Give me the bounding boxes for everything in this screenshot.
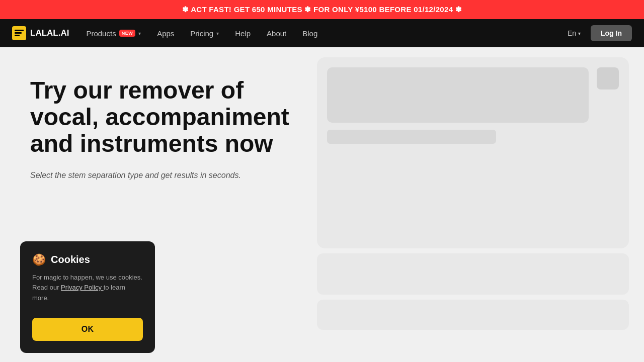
skeleton-waveform-top [327, 67, 589, 123]
upload-card[interactable] [317, 57, 629, 248]
language-label: En [568, 29, 576, 37]
skeleton-card-1 [317, 253, 629, 295]
language-selector[interactable]: En ▾ [562, 26, 586, 40]
logo-link[interactable]: LALAL.AI [12, 26, 69, 40]
nav-right: En ▾ Log In [562, 25, 632, 41]
main-nav: LALAL.AI Products NEW ▾ Apps Pricing ▾ H… [0, 19, 644, 47]
cookie-banner: 🍪 Cookies For magic to happen, we use co… [20, 241, 155, 353]
cookie-title: Cookies [51, 254, 90, 265]
privacy-policy-link[interactable]: Privacy Policy [61, 284, 104, 291]
nav-item-products[interactable]: Products NEW ▾ [79, 25, 148, 42]
upload-icon-placeholder [597, 67, 619, 89]
nav-products-label: Products [86, 29, 116, 38]
nav-item-help[interactable]: Help [228, 25, 258, 42]
svg-rect-0 [15, 30, 24, 31]
hero-left: Try our remover of vocal, accompaniment … [0, 47, 312, 362]
nav-item-about[interactable]: About [260, 25, 293, 42]
promo-banner: ✽ ACT FAST! GET 650 MINUTES ✽ FOR ONLY ¥… [0, 0, 644, 19]
cookie-header: 🍪 Cookies [32, 253, 143, 266]
nav-help-label: Help [235, 29, 251, 38]
skeleton-subtitle [327, 130, 496, 144]
nav-about-label: About [267, 29, 286, 38]
login-button[interactable]: Log In [591, 25, 632, 41]
cookie-ok-button[interactable]: OK [32, 318, 143, 341]
products-new-badge: NEW [119, 30, 136, 37]
nav-blog-label: Blog [302, 29, 317, 38]
products-chevron-icon: ▾ [138, 31, 141, 36]
skeleton-card-2 [317, 300, 629, 330]
nav-item-pricing[interactable]: Pricing ▾ [183, 25, 226, 42]
pricing-chevron-icon: ▾ [216, 31, 219, 36]
bottom-cards [317, 253, 629, 330]
main-area: Try our remover of vocal, accompaniment … [0, 47, 644, 362]
lang-chevron-icon: ▾ [578, 31, 581, 36]
nav-apps-label: Apps [157, 29, 174, 38]
content-right [312, 47, 644, 362]
svg-rect-1 [15, 32, 22, 34]
nav-pricing-label: Pricing [190, 29, 213, 38]
nav-item-apps[interactable]: Apps [150, 25, 181, 42]
nav-items: Products NEW ▾ Apps Pricing ▾ Help About… [79, 25, 562, 42]
cookie-icon: 🍪 [32, 253, 46, 266]
nav-item-blog[interactable]: Blog [295, 25, 325, 42]
logo-icon [12, 26, 26, 40]
hero-subtitle: Select the stem separation type and get … [30, 169, 292, 182]
logo-text: LALAL.AI [30, 28, 69, 38]
svg-rect-2 [15, 35, 20, 36]
cookie-text: For magic to happen, we use cookies. Rea… [32, 273, 143, 304]
hero-title: Try our remover of vocal, accompaniment … [30, 77, 292, 157]
promo-text: ✽ ACT FAST! GET 650 MINUTES ✽ FOR ONLY ¥… [182, 5, 462, 14]
